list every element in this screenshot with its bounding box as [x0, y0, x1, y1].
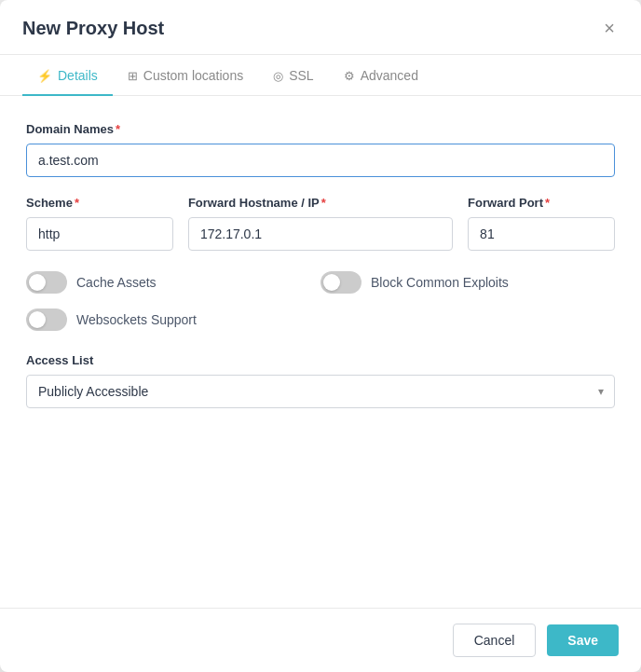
- tab-ssl-label: SSL: [289, 68, 313, 83]
- access-list-label: Access List: [26, 353, 615, 367]
- block-exploits-toggle[interactable]: [320, 271, 361, 294]
- block-exploits-slider: [320, 271, 361, 294]
- websockets-label: Websockets Support: [76, 312, 197, 327]
- block-exploits-label: Block Common Exploits: [371, 275, 509, 290]
- domain-names-input[interactable]: [26, 144, 615, 177]
- tab-details-label: Details: [58, 68, 98, 83]
- tab-advanced[interactable]: ⚙ Advanced: [329, 55, 433, 96]
- websockets-row: Websockets Support: [26, 309, 615, 331]
- access-list-select-wrapper: Publicly Accessible: [26, 375, 615, 408]
- scheme-field: Scheme*: [26, 196, 173, 251]
- details-icon: ⚡: [37, 69, 52, 83]
- modal-header: New Proxy Host ×: [0, 0, 641, 55]
- forward-hostname-label: Forward Hostname / IP*: [188, 196, 453, 210]
- tab-ssl[interactable]: ◎ SSL: [258, 55, 328, 96]
- custom-locations-icon: ⊞: [128, 69, 138, 83]
- scheme-input[interactable]: [26, 217, 173, 251]
- toggles-row: Cache Assets Block Common Exploits: [26, 271, 615, 294]
- cache-assets-slider: [26, 271, 67, 294]
- cache-assets-label: Cache Assets: [76, 275, 157, 290]
- block-exploits-toggle-item: Block Common Exploits: [320, 271, 615, 294]
- websockets-toggle[interactable]: [26, 309, 67, 331]
- tab-details[interactable]: ⚡ Details: [22, 55, 113, 96]
- tab-advanced-label: Advanced: [361, 68, 418, 83]
- access-list-select[interactable]: Publicly Accessible: [26, 375, 615, 408]
- domain-names-label: Domain Names*: [26, 122, 615, 136]
- ssl-icon: ◎: [273, 69, 283, 83]
- forward-port-field: Forward Port*: [468, 196, 615, 251]
- modal-title: New Proxy Host: [22, 18, 164, 39]
- cache-assets-toggle-item: Cache Assets: [26, 271, 320, 294]
- forward-port-input[interactable]: [468, 217, 615, 251]
- access-list-section: Access List Publicly Accessible: [26, 353, 615, 408]
- cache-assets-toggle[interactable]: [26, 271, 67, 294]
- modal-footer: Cancel Save: [0, 608, 641, 672]
- modal-new-proxy-host: New Proxy Host × ⚡ Details ⊞ Custom loca…: [0, 0, 641, 672]
- advanced-icon: ⚙: [344, 69, 355, 83]
- forward-port-label: Forward Port*: [468, 196, 615, 210]
- tabs-bar: ⚡ Details ⊞ Custom locations ◎ SSL ⚙ Adv…: [0, 55, 641, 96]
- scheme-label: Scheme*: [26, 196, 173, 210]
- network-fields-row: Scheme* Forward Hostname / IP* Forward P…: [26, 196, 615, 251]
- forward-hostname-input[interactable]: [188, 217, 453, 251]
- tab-custom-locations[interactable]: ⊞ Custom locations: [113, 55, 258, 96]
- domain-names-field: Domain Names*: [26, 122, 615, 177]
- forward-hostname-field: Forward Hostname / IP*: [188, 196, 453, 251]
- save-button[interactable]: Save: [547, 624, 619, 656]
- close-button[interactable]: ×: [600, 17, 619, 39]
- cancel-button[interactable]: Cancel: [453, 624, 537, 657]
- modal-body: Domain Names* Scheme* Forward Hostname /…: [0, 96, 641, 608]
- tab-custom-locations-label: Custom locations: [143, 68, 243, 83]
- websockets-slider: [26, 309, 67, 331]
